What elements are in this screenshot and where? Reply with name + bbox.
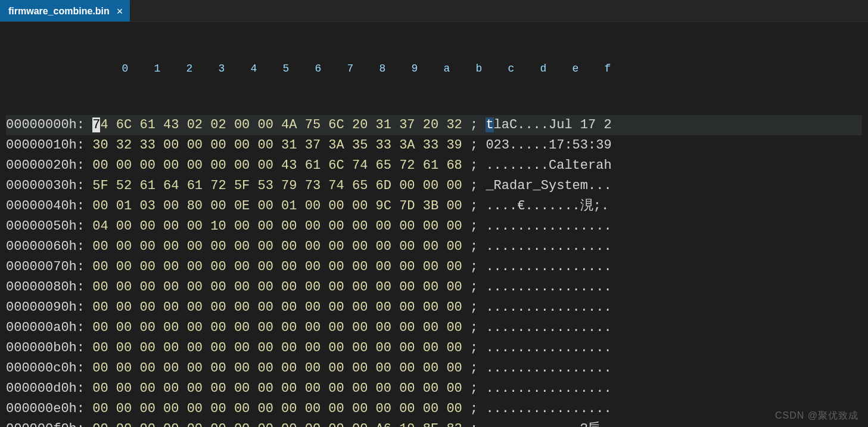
hex-byte[interactable]: 00 xyxy=(328,341,344,355)
hex-byte[interactable]: 33 xyxy=(423,138,438,153)
hex-byte[interactable]: 0E xyxy=(234,199,250,214)
hex-byte[interactable]: 00 xyxy=(234,320,250,335)
hex-byte[interactable]: 00 xyxy=(376,341,391,355)
hex-byte[interactable]: 00 xyxy=(352,219,368,234)
ascii-dump[interactable]: 023.....17:53:39 xyxy=(486,138,611,153)
hex-byte[interactable]: 00 xyxy=(305,199,321,214)
hex-byte[interactable]: 00 xyxy=(281,401,297,416)
hex-editor[interactable]: 0 1 2 3 4 5 6 7 8 9 a b c d e f 00000000… xyxy=(0,22,868,427)
hex-byte[interactable]: 00 xyxy=(187,361,203,376)
hex-byte[interactable]: 00 xyxy=(163,259,179,274)
hex-byte[interactable]: 00 xyxy=(234,341,250,355)
hex-byte[interactable]: 00 xyxy=(423,320,438,335)
hex-row[interactable]: 00000000h: 74 6C 61 43 02 02 00 00 4A 75… xyxy=(6,115,862,135)
hex-byte[interactable]: 00 xyxy=(446,178,462,193)
hex-byte[interactable]: 33 xyxy=(376,138,391,153)
hex-byte[interactable]: 00 xyxy=(423,401,438,416)
hex-byte[interactable]: 61 xyxy=(423,158,438,173)
hex-byte[interactable]: 00 xyxy=(163,320,179,335)
hex-byte[interactable]: 00 xyxy=(92,320,108,335)
hex-byte[interactable]: 00 xyxy=(328,381,344,396)
hex-byte[interactable]: 74 xyxy=(352,158,368,173)
hex-byte[interactable]: 00 xyxy=(163,401,179,416)
hex-byte[interactable]: 00 xyxy=(234,422,250,427)
hex-byte[interactable]: 35 xyxy=(352,138,368,153)
hex-row[interactable]: 00000020h: 00 00 00 00 00 00 00 00 43 61… xyxy=(6,156,862,176)
hex-byte[interactable]: 6D xyxy=(376,178,391,193)
hex-byte[interactable]: 00 xyxy=(116,361,132,376)
hex-byte[interactable]: 6C xyxy=(116,117,132,132)
hex-byte[interactable]: 61 xyxy=(305,158,321,173)
hex-byte[interactable]: 00 xyxy=(92,280,108,295)
hex-byte[interactable]: 00 xyxy=(399,381,415,396)
hex-row[interactable]: 000000a0h: 00 00 00 00 00 00 00 00 00 00… xyxy=(6,318,862,338)
hex-byte[interactable]: 00 xyxy=(399,361,415,376)
ascii-dump[interactable]: ................ xyxy=(486,259,611,274)
hex-byte[interactable]: 00 xyxy=(258,117,273,132)
hex-byte[interactable]: 00 xyxy=(328,422,344,427)
hex-byte[interactable]: 00 xyxy=(258,199,273,214)
hex-byte[interactable]: 00 xyxy=(376,320,391,335)
hex-byte[interactable]: 79 xyxy=(281,178,297,193)
hex-byte[interactable]: 00 xyxy=(446,280,462,295)
hex-byte[interactable]: 3A xyxy=(328,138,344,153)
hex-byte[interactable]: 00 xyxy=(234,361,250,376)
hex-byte[interactable]: 00 xyxy=(187,158,203,173)
hex-byte[interactable]: 00 xyxy=(116,341,132,355)
hex-byte[interactable]: 00 xyxy=(376,361,391,376)
hex-byte[interactable]: 00 xyxy=(376,259,391,274)
hex-row[interactable]: 00000040h: 00 01 03 00 80 00 0E 00 01 00… xyxy=(6,196,862,216)
hex-row[interactable]: 000000f0h: 00 00 00 00 00 00 00 00 00 00… xyxy=(6,419,862,427)
hex-byte[interactable]: 39 xyxy=(446,138,462,153)
hex-byte[interactable]: 00 xyxy=(210,422,226,427)
hex-byte[interactable]: 74 xyxy=(92,117,108,132)
ascii-dump[interactable]: ................ xyxy=(486,280,611,295)
hex-byte[interactable]: 74 xyxy=(328,178,344,193)
hex-byte[interactable]: 00 xyxy=(187,259,203,274)
hex-byte[interactable]: 00 xyxy=(423,300,438,315)
hex-byte[interactable]: 04 xyxy=(92,219,108,234)
hex-byte[interactable]: 00 xyxy=(376,401,391,416)
hex-byte[interactable]: 31 xyxy=(376,117,391,132)
hex-byte[interactable]: 3A xyxy=(399,138,415,153)
hex-byte[interactable]: 00 xyxy=(163,341,179,355)
hex-byte[interactable]: 00 xyxy=(328,199,344,214)
hex-row[interactable]: 00000010h: 30 32 33 00 00 00 00 00 31 37… xyxy=(6,135,862,156)
hex-byte[interactable]: 00 xyxy=(446,401,462,416)
hex-byte[interactable]: 10 xyxy=(210,219,226,234)
hex-byte[interactable]: 00 xyxy=(234,158,250,173)
hex-byte[interactable]: 00 xyxy=(328,300,344,315)
hex-byte[interactable]: 00 xyxy=(258,341,273,355)
hex-byte[interactable]: 00 xyxy=(163,280,179,295)
hex-byte[interactable]: 00 xyxy=(446,219,462,234)
hex-byte[interactable]: 00 xyxy=(281,422,297,427)
hex-byte[interactable]: 00 xyxy=(163,381,179,396)
hex-byte[interactable]: 00 xyxy=(258,239,273,254)
hex-byte[interactable]: 00 xyxy=(92,341,108,355)
hex-byte[interactable]: 00 xyxy=(139,158,155,173)
hex-byte[interactable]: 00 xyxy=(187,280,203,295)
hex-byte[interactable]: 32 xyxy=(446,117,462,132)
hex-byte[interactable]: 00 xyxy=(234,280,250,295)
hex-byte[interactable]: 00 xyxy=(187,138,203,153)
hex-byte[interactable]: 43 xyxy=(281,158,297,173)
hex-byte[interactable]: 00 xyxy=(163,239,179,254)
hex-byte[interactable]: 00 xyxy=(258,361,273,376)
hex-byte[interactable]: 00 xyxy=(258,422,273,427)
hex-byte[interactable]: 00 xyxy=(163,219,179,234)
hex-byte[interactable]: 00 xyxy=(92,259,108,274)
hex-byte[interactable]: 00 xyxy=(399,280,415,295)
hex-byte[interactable]: 00 xyxy=(352,401,368,416)
hex-byte[interactable]: 00 xyxy=(423,280,438,295)
hex-row[interactable]: 000000d0h: 00 00 00 00 00 00 00 00 00 00… xyxy=(6,379,862,399)
hex-byte[interactable]: 00 xyxy=(116,219,132,234)
hex-byte[interactable]: 00 xyxy=(187,401,203,416)
hex-byte[interactable]: 00 xyxy=(446,259,462,274)
hex-byte[interactable]: 00 xyxy=(376,239,391,254)
hex-byte[interactable]: 00 xyxy=(92,239,108,254)
hex-byte[interactable]: 00 xyxy=(234,138,250,153)
hex-byte[interactable]: 00 xyxy=(281,320,297,335)
hex-byte[interactable]: 00 xyxy=(305,239,321,254)
hex-byte[interactable]: 00 xyxy=(187,341,203,355)
hex-byte[interactable]: 00 xyxy=(92,300,108,315)
